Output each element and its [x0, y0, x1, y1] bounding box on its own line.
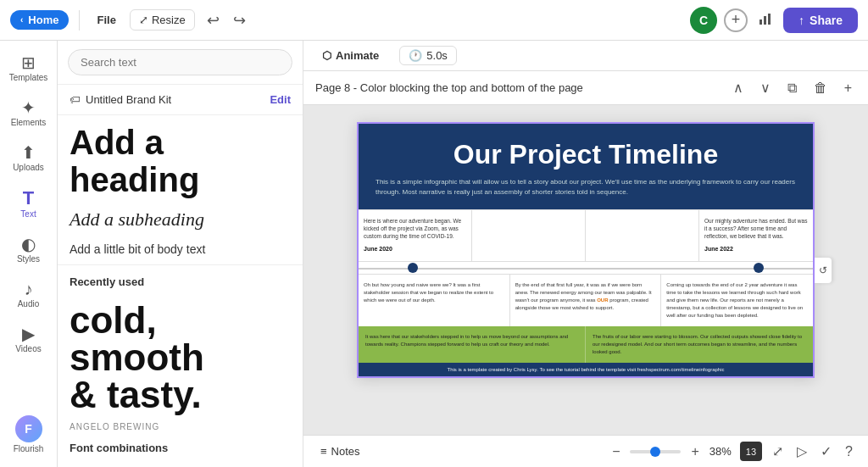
file-button[interactable]: File [90, 10, 122, 30]
videos-icon: ▶ [22, 325, 35, 342]
elements-icon: ✦ [21, 99, 36, 116]
bottom-bar: ≡ Notes − + 38% 13 ⤢ ▷ ✓ ? [303, 435, 868, 467]
panel-brand-kit: 🏷 Untitled Brand Kit Edit [58, 85, 303, 115]
page-label-actions: ∧ ∨ ⧉ 🗑 + [729, 78, 856, 97]
uploads-icon: ⬆ [21, 144, 36, 161]
uploads-label: Uploads [13, 163, 44, 172]
sidebar-item-audio[interactable]: ♪ Audio [3, 274, 54, 315]
sidebar-item-styles[interactable]: ◐ Styles [3, 229, 54, 270]
redo-button[interactable]: ↪ [228, 9, 251, 31]
slide-title: Our Project Timeline [376, 139, 796, 170]
copy-page-button[interactable]: ⧉ [783, 79, 801, 97]
chart-icon [758, 11, 773, 26]
elements-label: Elements [11, 118, 47, 127]
page-label-text: Page 8 - Color blocking the top and bott… [315, 81, 583, 94]
subheading-demo[interactable]: Add a subheading [58, 202, 303, 237]
home-nav[interactable]: ‹ Home [10, 10, 69, 30]
slide-header: Our Project Timeline This is a simple in… [359, 124, 813, 209]
undo-button[interactable]: ↩ [202, 9, 225, 31]
main-layout: ⊞ Templates ✦ Elements ⬆ Uploads T Text … [0, 41, 868, 467]
share-icon: ↑ [798, 14, 804, 27]
home-label: Home [28, 14, 58, 26]
date-june-2020: June 2020 [364, 245, 466, 253]
help-button[interactable]: ? [842, 442, 856, 461]
sidebar-item-uploads[interactable]: ⬆ Uploads [3, 137, 54, 179]
slide-mid-grid: Oh but how young and naive were we? It w… [359, 275, 813, 326]
rotate-handle[interactable]: ↺ [815, 258, 832, 283]
zoom-in-button[interactable]: + [687, 442, 702, 461]
time-value: 5.0s [426, 49, 448, 62]
share-button[interactable]: ↑ Share [783, 8, 858, 33]
zoom-controls: − + 38% [609, 442, 732, 461]
styles-label: Styles [17, 254, 40, 264]
timeline-dot-right [754, 263, 764, 273]
resize-button[interactable]: ⤢ Resize [130, 9, 195, 31]
audio-label: Audio [18, 299, 40, 309]
analytics-button[interactable] [754, 8, 776, 33]
heading-demo[interactable]: Add a heading [58, 115, 303, 202]
templates-icon: ⊞ [21, 54, 36, 71]
grid-cell-top-mid2 [586, 210, 699, 261]
add-collaborator-button[interactable]: + [724, 8, 748, 32]
grid-cell-top-right: Our mighty adventure has ended. But was … [699, 210, 813, 261]
search-input[interactable] [68, 49, 292, 75]
slide[interactable]: Our Project Timeline This is a simple in… [357, 122, 815, 378]
svg-rect-1 [764, 16, 766, 25]
flourish-logo: F [15, 415, 42, 442]
edit-brand-button[interactable]: Edit [270, 93, 291, 106]
fit-screen-button[interactable]: ⤢ [769, 442, 787, 461]
undo-redo-group: ↩ ↪ [202, 9, 251, 31]
delete-page-button[interactable]: 🗑 [810, 79, 832, 97]
top-bar-right: C + ↑ Share [690, 7, 858, 34]
animate-button[interactable]: ⬡ Animate [315, 46, 386, 65]
check-button[interactable]: ✓ [817, 442, 835, 461]
timeline-row [359, 261, 813, 275]
canvas-scroll[interactable]: Our Project Timeline This is a simple in… [303, 105, 868, 435]
highlight-our: OUR [597, 297, 608, 303]
top-left-text: Here is where our adventure began. We ki… [364, 218, 461, 239]
font-preview[interactable]: cold, smooth & tasty. [58, 293, 303, 422]
top-right-text: Our mighty adventure has ended. But was … [704, 218, 807, 239]
slide-subtitle: This is a simple infographic that will a… [376, 177, 796, 197]
page-up-button[interactable]: ∧ [729, 78, 748, 97]
avatar-button[interactable]: C [690, 7, 717, 34]
sidebar-item-templates[interactable]: ⊞ Templates [3, 47, 54, 89]
notes-button[interactable]: ≡ Notes [315, 442, 365, 460]
mid-cell-3: Coming up towards the end of our 2 year … [661, 275, 813, 326]
canvas-toolbar: ⬡ Animate 🕐 5.0s [303, 41, 868, 71]
brand-kit-info: 🏷 Untitled Brand Kit [70, 93, 171, 106]
page-number-button[interactable]: 13 [740, 442, 762, 461]
font-combinations-label[interactable]: Font combinations [58, 433, 303, 463]
zoom-slider[interactable] [630, 450, 681, 453]
flourish-label: Flourish [14, 444, 44, 453]
font-brand-label: ANGELO BREWING [58, 422, 303, 433]
audio-icon: ♪ [25, 281, 33, 297]
svg-rect-0 [760, 19, 762, 25]
page-label-bar: Page 8 - Color blocking the top and bott… [303, 71, 868, 105]
body-text-demo[interactable]: Add a little bit of body text [58, 237, 303, 265]
svg-rect-2 [768, 14, 771, 25]
text-panel: 🏷 Untitled Brand Kit Edit Add a heading … [58, 41, 303, 467]
add-page-button[interactable]: + [840, 79, 856, 97]
timeline-line [359, 268, 813, 270]
zoom-out-button[interactable]: − [609, 442, 623, 461]
green-cell-1: It was here that our stakeholders steppe… [359, 326, 586, 363]
back-chevron-icon: ‹ [20, 15, 23, 25]
top-bar: ‹ Home File ⤢ Resize ↩ ↪ C + ↑ Share [0, 0, 868, 41]
animate-label: Animate [336, 49, 379, 62]
sidebar-item-elements[interactable]: ✦ Elements [3, 92, 54, 134]
time-display[interactable]: 🕐 5.0s [399, 46, 457, 65]
zoom-thumb [650, 447, 660, 457]
separator [79, 10, 80, 31]
sidebar-item-text[interactable]: T Text [3, 182, 54, 225]
timeline-dot-left [408, 263, 418, 273]
page-down-button[interactable]: ∨ [756, 78, 775, 97]
sidebar-item-videos[interactable]: ▶ Videos [3, 319, 54, 360]
text-icon: T [23, 189, 34, 208]
brand-icon: 🏷 [70, 93, 81, 106]
panel-search-area [58, 41, 303, 85]
sidebar-item-flourish[interactable]: F Flourish [3, 409, 54, 460]
animate-icon: ⬡ [322, 49, 331, 62]
bottom-right-icons: 13 ⤢ ▷ ✓ ? [740, 442, 856, 461]
present-button[interactable]: ▷ [793, 442, 810, 461]
